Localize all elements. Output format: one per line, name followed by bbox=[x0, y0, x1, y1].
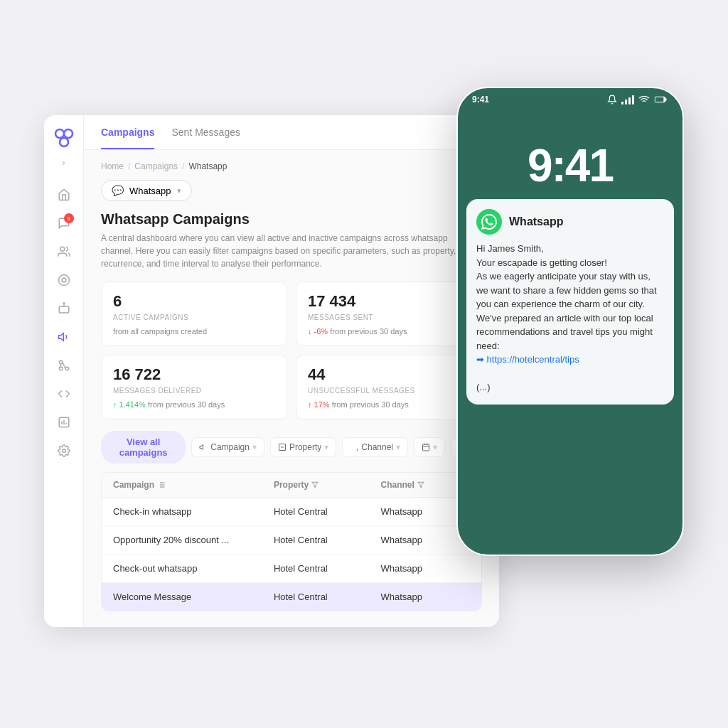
page-title: Whatsapp Campaigns bbox=[101, 211, 482, 228]
table-header: Campaign Property Channel bbox=[102, 473, 481, 498]
content-area: Home / Campaigns / Whatsapp 💬 Whatsapp ▾… bbox=[84, 150, 499, 627]
stat-change-3: ↑ 17% from previous 30 days bbox=[308, 400, 470, 409]
table-row[interactable]: Check-out whatsapp Hotel Central Whatsap… bbox=[102, 555, 481, 583]
stat-label-3: UNSUCCESSFUL MESSAGES bbox=[308, 387, 470, 395]
breadcrumb-sep1: / bbox=[128, 161, 130, 171]
breadcrumb-campaigns[interactable]: Campaigns bbox=[134, 161, 178, 171]
svg-point-2 bbox=[60, 138, 68, 146]
sidebar-item-report[interactable] bbox=[51, 410, 77, 435]
table-row[interactable]: Check-in whatsapp Hotel Central Whatsapp bbox=[102, 498, 481, 526]
breadcrumb-current: Whatsapp bbox=[188, 161, 227, 171]
sidebar-item-chat[interactable]: 9 bbox=[51, 210, 77, 236]
stat-change-0: from all campaigns created bbox=[113, 327, 275, 336]
notification-message: Hi James Smith, Your escapade is getting… bbox=[476, 242, 664, 395]
svg-point-13 bbox=[59, 367, 63, 370]
cell-channel-2: Whatsapp bbox=[381, 563, 471, 574]
svg-point-4 bbox=[58, 275, 69, 286]
view-campaigns-button[interactable]: View all campaigns bbox=[101, 431, 186, 464]
svg-point-5 bbox=[62, 278, 66, 282]
breadcrumb-home[interactable]: Home bbox=[101, 161, 124, 171]
tab-sent-messages[interactable]: Sent Messages bbox=[171, 115, 240, 149]
stat-label-0: ACTIVE CAMPAIGNS bbox=[113, 314, 275, 321]
sidebar-item-robot[interactable] bbox=[51, 296, 77, 321]
notification-link[interactable]: ➡ https://hotelcentral/tips bbox=[476, 354, 579, 365]
filter-channel-btn[interactable]: Channel ▾ bbox=[342, 437, 408, 457]
svg-line-15 bbox=[62, 363, 65, 369]
stat-label-1: MESSAGES SENT bbox=[308, 314, 470, 321]
cell-property-2: Hotel Central bbox=[274, 563, 381, 574]
stat-change-arrow-3: ↑ 17% bbox=[308, 400, 330, 409]
stat-change-2: ↑ 1.414% from previous 30 days bbox=[113, 400, 275, 409]
svg-rect-6 bbox=[59, 306, 69, 313]
cell-property-0: Hotel Central bbox=[274, 506, 381, 517]
dashboard-panel: › 9 bbox=[44, 115, 499, 627]
sidebar-item-settings[interactable] bbox=[51, 438, 77, 464]
stat-card-3: 44 UNSUCCESSFUL MESSAGES ↑ 17% from prev… bbox=[296, 355, 482, 419]
phone-status-bar: 9:41 bbox=[458, 88, 682, 105]
col-header-property: Property bbox=[274, 480, 381, 490]
whatsapp-small-icon: 💬 bbox=[112, 185, 124, 196]
filter-campaign-btn[interactable]: Campaign ▾ bbox=[191, 437, 264, 457]
sidebar-item-home[interactable] bbox=[51, 182, 77, 208]
svg-point-20 bbox=[62, 449, 65, 453]
sidebar-item-code[interactable] bbox=[51, 381, 77, 407]
stat-value-3: 44 bbox=[308, 365, 470, 384]
stat-change-arrow-2: ↑ 1.414% bbox=[113, 400, 146, 409]
table-row[interactable]: Opportunity 20% discount ... Hotel Centr… bbox=[102, 526, 481, 555]
svg-point-3 bbox=[60, 247, 64, 251]
tab-campaigns[interactable]: Campaigns bbox=[101, 115, 154, 149]
phone-notch bbox=[528, 105, 613, 125]
phone-status-icons bbox=[607, 94, 668, 105]
sidebar-chevron-icon[interactable]: › bbox=[63, 158, 65, 168]
phone-time: 9:41 bbox=[472, 95, 489, 105]
svg-point-0 bbox=[55, 129, 64, 138]
cell-campaign-2: Check-out whatsapp bbox=[113, 563, 274, 574]
stat-label-2: MESSAGES DELIVERED bbox=[113, 387, 275, 395]
bell-icon bbox=[607, 95, 617, 105]
notification-card: Whatsapp Hi James Smith, Your escapade i… bbox=[466, 199, 674, 405]
notification-header: Whatsapp bbox=[476, 209, 664, 235]
main-content: Campaigns Sent Messages Home / Campaigns… bbox=[84, 115, 499, 627]
wifi-icon bbox=[638, 94, 650, 105]
filter-date-btn[interactable]: ▾ bbox=[414, 437, 445, 457]
channel-name: Whatsapp bbox=[129, 186, 171, 196]
stat-change-arrow-1: ↓ -6% bbox=[308, 327, 328, 336]
svg-marker-38 bbox=[312, 482, 318, 488]
stat-card-1: 17 434 MESSAGES SENT ↓ -6% from previous… bbox=[296, 282, 482, 346]
page-description: A central dashboard where you can view a… bbox=[101, 232, 482, 270]
signal-icon bbox=[621, 95, 634, 105]
svg-marker-21 bbox=[200, 445, 203, 450]
logo[interactable] bbox=[53, 127, 75, 149]
stats-grid: 6 ACTIVE CAMPAIGNS from all campaigns cr… bbox=[101, 282, 482, 419]
svg-point-1 bbox=[64, 129, 73, 138]
stat-value-1: 17 434 bbox=[308, 292, 470, 311]
svg-rect-24 bbox=[423, 444, 429, 451]
chat-badge: 9 bbox=[64, 213, 74, 223]
svg-marker-39 bbox=[418, 482, 424, 488]
stat-value-0: 6 bbox=[113, 292, 275, 311]
sidebar-item-megaphone[interactable] bbox=[51, 324, 77, 350]
cell-campaign-1: Opportunity 20% discount ... bbox=[113, 535, 274, 545]
whatsapp-app-icon bbox=[476, 209, 502, 235]
notification-app-name: Whatsapp bbox=[509, 215, 563, 228]
sidebar-item-users[interactable] bbox=[51, 239, 77, 264]
chevron-down-icon: ▾ bbox=[177, 186, 181, 196]
svg-rect-43 bbox=[665, 98, 667, 101]
phone-mockup: 9:41 bbox=[456, 87, 684, 556]
sidebar-item-palette[interactable] bbox=[51, 267, 77, 293]
stat-change-1: ↓ -6% from previous 30 days bbox=[308, 327, 470, 336]
svg-point-11 bbox=[65, 367, 69, 370]
col-header-campaign: Campaign bbox=[113, 480, 274, 490]
tabs-bar: Campaigns Sent Messages bbox=[84, 115, 499, 150]
channel-selector[interactable]: 💬 Whatsapp ▾ bbox=[101, 180, 192, 201]
sidebar-item-branch[interactable] bbox=[51, 353, 77, 378]
phone-big-time: 9:41 bbox=[458, 139, 682, 192]
filter-property-btn[interactable]: Property ▾ bbox=[270, 437, 336, 457]
scene: › 9 bbox=[44, 87, 684, 641]
table-row-selected[interactable]: Welcome Message Hotel Central Whatsapp bbox=[102, 583, 481, 611]
battery-icon bbox=[654, 95, 668, 104]
cell-property-3: Hotel Central bbox=[274, 592, 381, 602]
cell-campaign-3: Welcome Message bbox=[113, 592, 274, 602]
stat-card-0: 6 ACTIVE CAMPAIGNS from all campaigns cr… bbox=[101, 282, 287, 346]
stat-value-2: 16 722 bbox=[113, 365, 275, 384]
